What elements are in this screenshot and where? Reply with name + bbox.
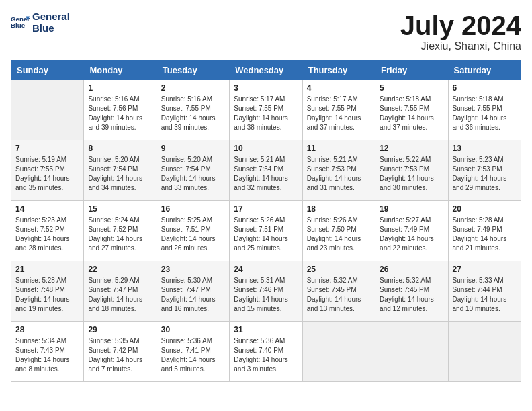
- day-number: 28: [15, 325, 79, 334]
- cell-info: Sunrise: 5:17 AM Sunset: 7:55 PM Dayligh…: [234, 95, 298, 132]
- day-number: 6: [453, 83, 517, 93]
- day-number: 30: [161, 325, 225, 334]
- cell-info: Sunrise: 5:31 AM Sunset: 7:46 PM Dayligh…: [234, 276, 298, 314]
- day-number: 29: [88, 325, 152, 334]
- cell-info: Sunrise: 5:26 AM Sunset: 7:51 PM Dayligh…: [234, 216, 298, 253]
- calendar-cell: 9Sunrise: 5:20 AM Sunset: 7:54 PM Daylig…: [157, 140, 229, 201]
- day-number: 4: [307, 83, 371, 93]
- day-number: 10: [234, 144, 298, 153]
- day-number: 21: [15, 265, 79, 274]
- cell-info: Sunrise: 5:20 AM Sunset: 7:54 PM Dayligh…: [161, 155, 225, 193]
- day-header-wednesday: Wednesday: [230, 61, 302, 80]
- cell-info: Sunrise: 5:33 AM Sunset: 7:44 PM Dayligh…: [453, 276, 517, 314]
- cell-info: Sunrise: 5:32 AM Sunset: 7:45 PM Dayligh…: [307, 276, 371, 314]
- logo-blue: Blue: [32, 22, 70, 34]
- day-number: 7: [15, 144, 79, 153]
- day-number: 13: [453, 144, 517, 153]
- day-number: 1: [88, 83, 152, 93]
- day-header-sunday: Sunday: [11, 61, 84, 80]
- day-number: 25: [307, 265, 371, 274]
- day-number: 2: [161, 83, 225, 93]
- calendar-cell: 19Sunrise: 5:27 AM Sunset: 7:49 PM Dayli…: [375, 201, 448, 261]
- day-number: 23: [161, 265, 225, 274]
- calendar-cell: 14Sunrise: 5:23 AM Sunset: 7:52 PM Dayli…: [11, 201, 84, 261]
- day-number: 26: [380, 265, 443, 274]
- page-header: General Blue General Blue July 2024 Jiex…: [11, 11, 521, 52]
- calendar-cell: 15Sunrise: 5:24 AM Sunset: 7:52 PM Dayli…: [84, 201, 157, 261]
- title-block: July 2024 Jiexiu, Shanxi, China: [400, 11, 521, 52]
- calendar-cell: 29Sunrise: 5:35 AM Sunset: 7:42 PM Dayli…: [84, 322, 157, 382]
- day-number: 11: [307, 144, 371, 153]
- cell-info: Sunrise: 5:21 AM Sunset: 7:54 PM Dayligh…: [234, 155, 298, 193]
- cell-info: Sunrise: 5:30 AM Sunset: 7:47 PM Dayligh…: [161, 276, 225, 314]
- cell-info: Sunrise: 5:18 AM Sunset: 7:55 PM Dayligh…: [453, 95, 517, 132]
- cell-info: Sunrise: 5:19 AM Sunset: 7:55 PM Dayligh…: [15, 155, 79, 193]
- cell-info: Sunrise: 5:23 AM Sunset: 7:53 PM Dayligh…: [453, 155, 517, 193]
- logo: General Blue General Blue: [11, 11, 70, 34]
- logo-general: General: [32, 11, 70, 22]
- day-number: 27: [453, 265, 517, 274]
- day-number: 5: [380, 83, 443, 93]
- calendar-cell: [302, 322, 375, 382]
- calendar-cell: 26Sunrise: 5:32 AM Sunset: 7:45 PM Dayli…: [375, 261, 448, 322]
- cell-info: Sunrise: 5:27 AM Sunset: 7:49 PM Dayligh…: [380, 216, 443, 253]
- calendar-cell: 8Sunrise: 5:20 AM Sunset: 7:54 PM Daylig…: [84, 140, 157, 201]
- cell-info: Sunrise: 5:17 AM Sunset: 7:55 PM Dayligh…: [307, 95, 371, 132]
- calendar-cell: 2Sunrise: 5:16 AM Sunset: 7:55 PM Daylig…: [157, 80, 229, 140]
- day-number: 17: [234, 204, 298, 214]
- cell-info: Sunrise: 5:16 AM Sunset: 7:55 PM Dayligh…: [161, 95, 225, 132]
- calendar-cell: 23Sunrise: 5:30 AM Sunset: 7:47 PM Dayli…: [157, 261, 229, 322]
- calendar-cell: 21Sunrise: 5:28 AM Sunset: 7:48 PM Dayli…: [11, 261, 84, 322]
- day-number: 8: [88, 144, 152, 153]
- cell-info: Sunrise: 5:25 AM Sunset: 7:51 PM Dayligh…: [161, 216, 225, 253]
- day-number: 14: [15, 204, 79, 214]
- day-number: 19: [380, 204, 443, 214]
- day-number: 18: [307, 204, 371, 214]
- cell-info: Sunrise: 5:28 AM Sunset: 7:49 PM Dayligh…: [453, 216, 517, 253]
- day-header-monday: Monday: [84, 61, 157, 80]
- calendar-cell: 20Sunrise: 5:28 AM Sunset: 7:49 PM Dayli…: [448, 201, 521, 261]
- cell-info: Sunrise: 5:32 AM Sunset: 7:45 PM Dayligh…: [380, 276, 443, 314]
- day-number: 31: [234, 325, 298, 334]
- calendar-cell: 11Sunrise: 5:21 AM Sunset: 7:53 PM Dayli…: [302, 140, 375, 201]
- day-number: 16: [161, 204, 225, 214]
- day-number: 24: [234, 265, 298, 274]
- calendar-cell: 12Sunrise: 5:22 AM Sunset: 7:53 PM Dayli…: [375, 140, 448, 201]
- day-number: 3: [234, 83, 298, 93]
- cell-info: Sunrise: 5:28 AM Sunset: 7:48 PM Dayligh…: [15, 276, 79, 314]
- calendar-cell: 25Sunrise: 5:32 AM Sunset: 7:45 PM Dayli…: [302, 261, 375, 322]
- cell-info: Sunrise: 5:36 AM Sunset: 7:40 PM Dayligh…: [234, 336, 298, 374]
- calendar-cell: 16Sunrise: 5:25 AM Sunset: 7:51 PM Dayli…: [157, 201, 229, 261]
- calendar-cell: 24Sunrise: 5:31 AM Sunset: 7:46 PM Dayli…: [230, 261, 302, 322]
- svg-text:Blue: Blue: [11, 21, 26, 29]
- calendar-cell: 31Sunrise: 5:36 AM Sunset: 7:40 PM Dayli…: [230, 322, 302, 382]
- calendar-cell: 1Sunrise: 5:16 AM Sunset: 7:56 PM Daylig…: [84, 80, 157, 140]
- cell-info: Sunrise: 5:16 AM Sunset: 7:56 PM Dayligh…: [88, 95, 152, 132]
- month-title: July 2024: [400, 11, 521, 40]
- day-number: 15: [88, 204, 152, 214]
- cell-info: Sunrise: 5:21 AM Sunset: 7:53 PM Dayligh…: [307, 155, 371, 193]
- calendar-cell: 22Sunrise: 5:29 AM Sunset: 7:47 PM Dayli…: [84, 261, 157, 322]
- day-number: 9: [161, 144, 225, 153]
- day-number: 20: [453, 204, 517, 214]
- calendar-cell: [375, 322, 448, 382]
- day-header-thursday: Thursday: [302, 61, 375, 80]
- day-number: 12: [380, 144, 443, 153]
- calendar-cell: 10Sunrise: 5:21 AM Sunset: 7:54 PM Dayli…: [230, 140, 302, 201]
- calendar-cell: 28Sunrise: 5:34 AM Sunset: 7:43 PM Dayli…: [11, 322, 84, 382]
- logo-icon: General Blue: [11, 13, 30, 32]
- calendar-cell: 4Sunrise: 5:17 AM Sunset: 7:55 PM Daylig…: [302, 80, 375, 140]
- day-header-tuesday: Tuesday: [157, 61, 229, 80]
- cell-info: Sunrise: 5:18 AM Sunset: 7:55 PM Dayligh…: [380, 95, 443, 132]
- calendar-cell: [448, 322, 521, 382]
- calendar-cell: 27Sunrise: 5:33 AM Sunset: 7:44 PM Dayli…: [448, 261, 521, 322]
- cell-info: Sunrise: 5:36 AM Sunset: 7:41 PM Dayligh…: [161, 336, 225, 374]
- cell-info: Sunrise: 5:35 AM Sunset: 7:42 PM Dayligh…: [88, 336, 152, 374]
- day-header-friday: Friday: [375, 61, 448, 80]
- day-header-saturday: Saturday: [448, 61, 521, 80]
- calendar-cell: 5Sunrise: 5:18 AM Sunset: 7:55 PM Daylig…: [375, 80, 448, 140]
- calendar-cell: 3Sunrise: 5:17 AM Sunset: 7:55 PM Daylig…: [230, 80, 302, 140]
- calendar-cell: [11, 80, 84, 140]
- calendar-cell: 30Sunrise: 5:36 AM Sunset: 7:41 PM Dayli…: [157, 322, 229, 382]
- cell-info: Sunrise: 5:22 AM Sunset: 7:53 PM Dayligh…: [380, 155, 443, 193]
